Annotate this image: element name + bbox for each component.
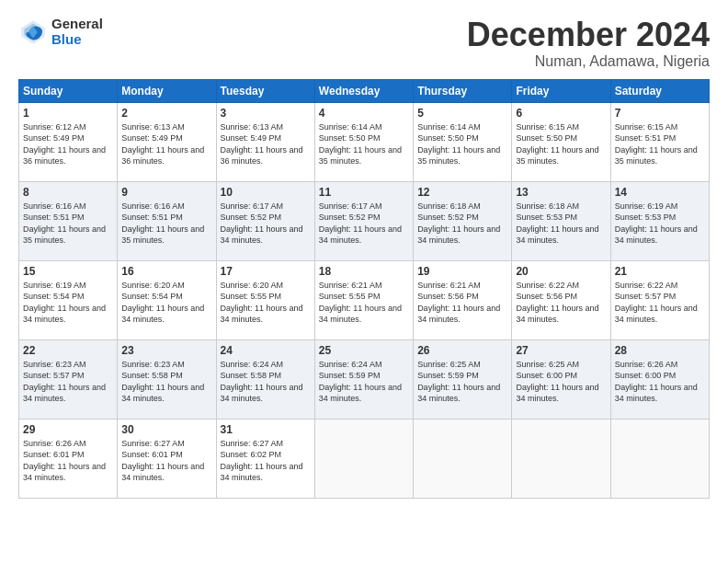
cell-info: Sunrise: 6:15 AMSunset: 5:50 PMDaylight:… xyxy=(516,121,606,167)
day-number: 4 xyxy=(319,107,409,120)
day-number: 20 xyxy=(516,265,606,278)
day-number: 19 xyxy=(417,265,507,278)
day-number: 14 xyxy=(615,186,705,199)
day-cell: 5Sunrise: 6:14 AMSunset: 5:50 PMDaylight… xyxy=(414,102,512,181)
day-cell: 20Sunrise: 6:22 AMSunset: 5:56 PMDayligh… xyxy=(512,260,610,339)
day-cell: 17Sunrise: 6:20 AMSunset: 5:55 PMDayligh… xyxy=(216,260,314,339)
day-number: 22 xyxy=(23,344,113,357)
day-cell: 6Sunrise: 6:15 AMSunset: 5:50 PMDaylight… xyxy=(512,102,610,181)
cell-info: Sunrise: 6:23 AMSunset: 5:58 PMDaylight:… xyxy=(121,359,211,405)
cell-info: Sunrise: 6:22 AMSunset: 5:57 PMDaylight:… xyxy=(615,280,705,326)
day-number: 16 xyxy=(121,265,211,278)
day-cell: 2Sunrise: 6:13 AMSunset: 5:49 PMDaylight… xyxy=(118,102,216,181)
cell-info: Sunrise: 6:13 AMSunset: 5:49 PMDaylight:… xyxy=(221,121,311,167)
month-title: December 2024 xyxy=(467,17,710,53)
logo-text: General Blue xyxy=(51,17,103,47)
day-number: 31 xyxy=(221,423,311,436)
logo-icon xyxy=(18,17,48,47)
day-cell xyxy=(610,419,709,498)
day-number: 28 xyxy=(615,344,705,357)
day-number: 26 xyxy=(417,344,507,357)
day-cell: 23Sunrise: 6:23 AMSunset: 5:58 PMDayligh… xyxy=(118,339,216,419)
cell-info: Sunrise: 6:13 AMSunset: 5:49 PMDaylight:… xyxy=(121,121,211,167)
calendar-row-4: 22Sunrise: 6:23 AMSunset: 5:57 PMDayligh… xyxy=(19,339,710,419)
day-cell: 16Sunrise: 6:20 AMSunset: 5:54 PMDayligh… xyxy=(118,260,216,339)
cell-info: Sunrise: 6:26 AMSunset: 6:00 PMDaylight:… xyxy=(615,359,705,405)
header-thursday: Thursday xyxy=(414,79,512,102)
cell-info: Sunrise: 6:19 AMSunset: 5:54 PMDaylight:… xyxy=(23,280,113,326)
calendar-table: Sunday Monday Tuesday Wednesday Thursday… xyxy=(18,79,710,499)
day-number: 1 xyxy=(23,107,113,120)
day-cell: 10Sunrise: 6:17 AMSunset: 5:52 PMDayligh… xyxy=(216,181,314,260)
day-number: 6 xyxy=(516,107,606,120)
day-number: 5 xyxy=(417,107,507,120)
day-cell: 28Sunrise: 6:26 AMSunset: 6:00 PMDayligh… xyxy=(610,339,709,419)
calendar-row-2: 8Sunrise: 6:16 AMSunset: 5:51 PMDaylight… xyxy=(19,181,710,260)
logo: General Blue xyxy=(18,17,103,47)
cell-info: Sunrise: 6:15 AMSunset: 5:51 PMDaylight:… xyxy=(615,121,705,167)
cell-info: Sunrise: 6:17 AMSunset: 5:52 PMDaylight:… xyxy=(319,201,409,247)
day-number: 11 xyxy=(319,186,409,199)
cell-info: Sunrise: 6:27 AMSunset: 6:01 PMDaylight:… xyxy=(121,438,211,484)
header-wednesday: Wednesday xyxy=(314,79,413,102)
header-row: Sunday Monday Tuesday Wednesday Thursday… xyxy=(19,79,710,102)
day-cell: 24Sunrise: 6:24 AMSunset: 5:58 PMDayligh… xyxy=(216,339,314,419)
header: General Blue December 2024 Numan, Adamaw… xyxy=(18,17,710,70)
cell-info: Sunrise: 6:21 AMSunset: 5:56 PMDaylight:… xyxy=(417,280,507,326)
cell-info: Sunrise: 6:27 AMSunset: 6:02 PMDaylight:… xyxy=(221,438,311,484)
day-cell: 31Sunrise: 6:27 AMSunset: 6:02 PMDayligh… xyxy=(216,419,314,498)
day-number: 8 xyxy=(23,186,113,199)
day-number: 21 xyxy=(615,265,705,278)
cell-info: Sunrise: 6:22 AMSunset: 5:56 PMDaylight:… xyxy=(516,280,606,326)
day-cell: 15Sunrise: 6:19 AMSunset: 5:54 PMDayligh… xyxy=(19,260,118,339)
day-cell: 25Sunrise: 6:24 AMSunset: 5:59 PMDayligh… xyxy=(314,339,413,419)
day-cell: 4Sunrise: 6:14 AMSunset: 5:50 PMDaylight… xyxy=(314,102,413,181)
cell-info: Sunrise: 6:16 AMSunset: 5:51 PMDaylight:… xyxy=(121,201,211,247)
logo-blue-text: Blue xyxy=(51,32,103,48)
day-cell xyxy=(314,419,413,498)
day-number: 12 xyxy=(417,186,507,199)
day-number: 23 xyxy=(121,344,211,357)
cell-info: Sunrise: 6:20 AMSunset: 5:55 PMDaylight:… xyxy=(221,280,311,326)
calendar-row-3: 15Sunrise: 6:19 AMSunset: 5:54 PMDayligh… xyxy=(19,260,710,339)
day-cell: 21Sunrise: 6:22 AMSunset: 5:57 PMDayligh… xyxy=(610,260,709,339)
logo-general-text: General xyxy=(51,17,103,32)
cell-info: Sunrise: 6:16 AMSunset: 5:51 PMDaylight:… xyxy=(23,201,113,247)
day-cell: 14Sunrise: 6:19 AMSunset: 5:53 PMDayligh… xyxy=(610,181,709,260)
day-cell: 1Sunrise: 6:12 AMSunset: 5:49 PMDaylight… xyxy=(19,102,118,181)
day-number: 3 xyxy=(221,107,311,120)
day-cell: 11Sunrise: 6:17 AMSunset: 5:52 PMDayligh… xyxy=(314,181,413,260)
day-number: 27 xyxy=(516,344,606,357)
page: General Blue December 2024 Numan, Adamaw… xyxy=(0,0,728,563)
header-friday: Friday xyxy=(512,79,610,102)
day-number: 18 xyxy=(319,265,409,278)
cell-info: Sunrise: 6:12 AMSunset: 5:49 PMDaylight:… xyxy=(23,121,113,167)
title-block: December 2024 Numan, Adamawa, Nigeria xyxy=(467,17,710,70)
day-cell: 22Sunrise: 6:23 AMSunset: 5:57 PMDayligh… xyxy=(19,339,118,419)
cell-info: Sunrise: 6:14 AMSunset: 5:50 PMDaylight:… xyxy=(319,121,409,167)
day-number: 17 xyxy=(221,265,311,278)
day-number: 25 xyxy=(319,344,409,357)
day-cell: 26Sunrise: 6:25 AMSunset: 5:59 PMDayligh… xyxy=(414,339,512,419)
day-number: 29 xyxy=(23,423,113,436)
header-monday: Monday xyxy=(118,79,216,102)
header-saturday: Saturday xyxy=(610,79,709,102)
cell-info: Sunrise: 6:18 AMSunset: 5:53 PMDaylight:… xyxy=(516,201,606,247)
day-cell: 12Sunrise: 6:18 AMSunset: 5:52 PMDayligh… xyxy=(414,181,512,260)
day-cell: 8Sunrise: 6:16 AMSunset: 5:51 PMDaylight… xyxy=(19,181,118,260)
day-cell: 7Sunrise: 6:15 AMSunset: 5:51 PMDaylight… xyxy=(610,102,709,181)
day-number: 7 xyxy=(615,107,705,120)
day-cell: 18Sunrise: 6:21 AMSunset: 5:55 PMDayligh… xyxy=(314,260,413,339)
day-cell: 27Sunrise: 6:25 AMSunset: 6:00 PMDayligh… xyxy=(512,339,610,419)
header-sunday: Sunday xyxy=(19,79,118,102)
cell-info: Sunrise: 6:23 AMSunset: 5:57 PMDaylight:… xyxy=(23,359,113,405)
cell-info: Sunrise: 6:24 AMSunset: 5:58 PMDaylight:… xyxy=(221,359,311,405)
day-number: 2 xyxy=(121,107,211,120)
location-subtitle: Numan, Adamawa, Nigeria xyxy=(467,53,710,70)
cell-info: Sunrise: 6:19 AMSunset: 5:53 PMDaylight:… xyxy=(615,201,705,247)
cell-info: Sunrise: 6:25 AMSunset: 5:59 PMDaylight:… xyxy=(417,359,507,405)
cell-info: Sunrise: 6:14 AMSunset: 5:50 PMDaylight:… xyxy=(417,121,507,167)
calendar-row-5: 29Sunrise: 6:26 AMSunset: 6:01 PMDayligh… xyxy=(19,419,710,498)
day-cell: 30Sunrise: 6:27 AMSunset: 6:01 PMDayligh… xyxy=(118,419,216,498)
day-cell xyxy=(512,419,610,498)
